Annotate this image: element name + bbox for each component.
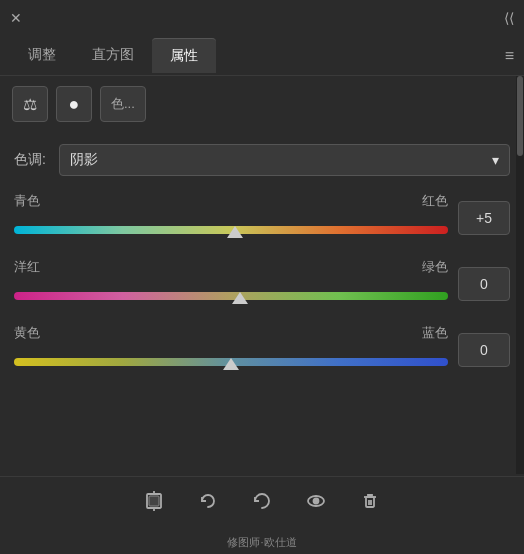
label-yellow: 黄色 bbox=[14, 324, 40, 342]
slider-labels-yellow-blue: 黄色 蓝色 bbox=[14, 324, 448, 342]
slider-labels-magenta-green: 洋红 绿色 bbox=[14, 258, 448, 276]
slider-container-cyan-red: 青色 红色 bbox=[14, 192, 448, 244]
svg-point-5 bbox=[314, 498, 319, 503]
title-bar-left: ✕ bbox=[10, 10, 22, 26]
slider-track-wrap-yellow-blue[interactable] bbox=[14, 348, 448, 376]
dropdown-icon: ▾ bbox=[492, 152, 499, 168]
svg-rect-1 bbox=[149, 496, 159, 506]
label-magenta: 洋红 bbox=[14, 258, 40, 276]
label-red: 红色 bbox=[422, 192, 448, 210]
tabs-left: 调整 直方图 属性 bbox=[10, 38, 216, 73]
bottom-toolbar bbox=[0, 476, 524, 524]
label-blue: 蓝色 bbox=[422, 324, 448, 342]
cyan-red-value[interactable]: +5 bbox=[458, 201, 510, 235]
slider-container-yellow-blue: 黄色 蓝色 bbox=[14, 324, 448, 376]
scrollbar[interactable] bbox=[516, 76, 524, 474]
watermark: 修图师·欧仕道 bbox=[227, 535, 296, 550]
slider-thumb-cyan-red[interactable] bbox=[227, 226, 243, 238]
more-button[interactable]: 色... bbox=[100, 86, 146, 122]
eye-icon[interactable] bbox=[300, 485, 332, 517]
slider-track-wrap-magenta-green[interactable] bbox=[14, 282, 448, 310]
more-label: 色... bbox=[111, 95, 135, 113]
menu-icon[interactable]: ≡ bbox=[505, 47, 514, 65]
svg-rect-6 bbox=[366, 497, 374, 507]
tone-value: 阴影 bbox=[70, 151, 98, 169]
crop-icon[interactable] bbox=[138, 485, 170, 517]
label-cyan: 青色 bbox=[14, 192, 40, 210]
slider-row-cyan-red: 青色 红色 +5 bbox=[14, 192, 510, 244]
slider-labels-cyan-red: 青色 红色 bbox=[14, 192, 448, 210]
main-content: 色调: 阴影 ▾ 青色 红色 +5 bbox=[0, 132, 524, 388]
slider-container-magenta-green: 洋红 绿色 bbox=[14, 258, 448, 310]
slider-thumb-magenta-green[interactable] bbox=[232, 292, 248, 304]
tab-properties[interactable]: 属性 bbox=[152, 38, 216, 73]
collapse-icon[interactable]: ⟨⟨ bbox=[504, 10, 514, 26]
label-green: 绿色 bbox=[422, 258, 448, 276]
circle-button[interactable]: ● bbox=[56, 86, 92, 122]
title-bar: ✕ ⟨⟨ bbox=[0, 0, 524, 36]
magenta-green-value[interactable]: 0 bbox=[458, 267, 510, 301]
tone-row: 色调: 阴影 ▾ bbox=[14, 144, 510, 176]
slider-thumb-yellow-blue[interactable] bbox=[223, 358, 239, 370]
slider-track-yellow-blue bbox=[14, 358, 448, 366]
balance-button[interactable]: ⚖ bbox=[12, 86, 48, 122]
close-icon[interactable]: ✕ bbox=[10, 10, 22, 26]
tabs-bar: 调整 直方图 属性 ≡ bbox=[0, 36, 524, 76]
icon-toolbar: ⚖ ● 色... bbox=[0, 76, 524, 132]
tone-select[interactable]: 阴影 ▾ bbox=[59, 144, 510, 176]
yellow-blue-value[interactable]: 0 bbox=[458, 333, 510, 367]
undo-icon[interactable] bbox=[246, 485, 278, 517]
slider-track-wrap-cyan-red[interactable] bbox=[14, 216, 448, 244]
balance-icon: ⚖ bbox=[23, 95, 37, 114]
tab-histogram[interactable]: 直方图 bbox=[74, 38, 152, 73]
trash-icon[interactable] bbox=[354, 485, 386, 517]
slider-row-magenta-green: 洋红 绿色 0 bbox=[14, 258, 510, 310]
slider-section: 青色 红色 +5 洋红 绿色 bbox=[14, 192, 510, 376]
rotate-left-icon[interactable] bbox=[192, 485, 224, 517]
tone-label: 色调: bbox=[14, 151, 49, 169]
tab-adjust[interactable]: 调整 bbox=[10, 38, 74, 73]
slider-track-magenta-green bbox=[14, 292, 448, 300]
scrollbar-thumb[interactable] bbox=[517, 76, 523, 156]
slider-row-yellow-blue: 黄色 蓝色 0 bbox=[14, 324, 510, 376]
title-bar-right: ⟨⟨ bbox=[504, 10, 514, 26]
circle-icon: ● bbox=[69, 94, 80, 115]
slider-track-cyan-red bbox=[14, 226, 448, 234]
